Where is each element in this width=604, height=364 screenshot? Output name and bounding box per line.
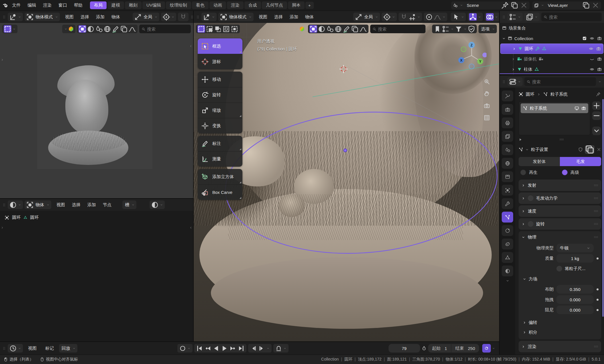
drag-handle-icon[interactable] bbox=[196, 15, 200, 19]
view-layer-icon[interactable] bbox=[534, 3, 539, 8]
workspace-tab-rendering[interactable]: 渲染 bbox=[227, 1, 244, 9]
camera-restrict-icon[interactable] bbox=[597, 57, 602, 61]
gizmos-toggle-icon[interactable] bbox=[469, 13, 477, 21]
drag-dots-icon[interactable] bbox=[594, 209, 598, 213]
panel-emission[interactable]: 发射 bbox=[519, 180, 601, 191]
search-input[interactable] bbox=[532, 79, 594, 84]
specials-menu-button[interactable] bbox=[592, 127, 601, 135]
filter-object-icon[interactable] bbox=[79, 25, 86, 33]
deflection-subpanel-header[interactable]: 偏转 bbox=[519, 318, 601, 327]
render-visibility-icon[interactable] bbox=[581, 106, 586, 111]
filter-scene-icon[interactable] bbox=[95, 25, 103, 33]
zoom-icon[interactable] bbox=[484, 78, 490, 85]
drag-handle-icon[interactable] bbox=[2, 203, 6, 207]
current-frame-field[interactable]: 79 bbox=[389, 344, 420, 353]
filter-icon[interactable] bbox=[455, 25, 462, 33]
breadcrumb-data[interactable]: 粒子系统 bbox=[550, 92, 568, 97]
tab-collection[interactable] bbox=[502, 171, 513, 182]
auto-keying-icon[interactable] bbox=[275, 345, 283, 352]
new-scene-button[interactable] bbox=[511, 2, 518, 9]
frame-forward-button[interactable] bbox=[258, 345, 266, 352]
search-input[interactable] bbox=[147, 27, 189, 32]
expand-icon[interactable] bbox=[511, 57, 515, 61]
workspace-tab-shading[interactable]: 着色 bbox=[192, 1, 209, 9]
camera-restrict-icon[interactable] bbox=[596, 46, 601, 51]
damp-field[interactable]: 0.000 bbox=[556, 306, 594, 314]
prev-keyframe-button[interactable] bbox=[204, 345, 212, 352]
fake-user-icon[interactable] bbox=[578, 147, 583, 152]
select-mode-invert-icon[interactable] bbox=[222, 25, 230, 33]
search-box[interactable] bbox=[370, 25, 425, 33]
tab-object[interactable] bbox=[502, 185, 513, 196]
tab-render[interactable] bbox=[502, 104, 513, 115]
object-row-circle[interactable]: 圆环 bbox=[500, 44, 603, 54]
select-mode-extend-icon[interactable] bbox=[206, 25, 213, 33]
tab-object-data[interactable] bbox=[502, 252, 513, 263]
animate-dot[interactable] bbox=[597, 309, 599, 311]
expand-icon[interactable] bbox=[502, 37, 506, 40]
tool-scale[interactable]: 缩放 bbox=[198, 103, 242, 118]
regrow-checkbox[interactable] bbox=[520, 170, 526, 175]
workspace-tab-scripting[interactable]: 脚本 bbox=[288, 1, 305, 9]
filter-collection-icon[interactable] bbox=[526, 13, 534, 21]
menu-add[interactable]: 添加 bbox=[286, 13, 302, 21]
mesh-data-icon[interactable] bbox=[542, 46, 546, 51]
search-input[interactable] bbox=[378, 27, 423, 32]
filter-brush-icon[interactable] bbox=[343, 25, 350, 33]
menu-select[interactable]: 选择 bbox=[68, 201, 84, 209]
material-selector[interactable] bbox=[150, 200, 165, 209]
breadcrumb-object[interactable]: 圆环 bbox=[526, 92, 534, 97]
hair-dynamics-checkbox[interactable] bbox=[528, 195, 534, 201]
tool-measure[interactable]: 测量 bbox=[198, 151, 242, 167]
panel-velocity[interactable]: 速度 bbox=[519, 205, 601, 217]
menu-select[interactable]: 选择 bbox=[271, 13, 286, 21]
camera-restrict-icon[interactable] bbox=[597, 67, 602, 72]
integration-subpanel-header[interactable]: 积分 bbox=[519, 327, 601, 337]
copy-settings-button[interactable] bbox=[585, 145, 595, 154]
new-view-layer-button[interactable] bbox=[582, 2, 590, 9]
tab-constraints[interactable] bbox=[502, 239, 513, 249]
sidebar-toggle-icon[interactable] bbox=[189, 224, 193, 231]
navigation-gizmo[interactable]: Z X Y bbox=[457, 41, 487, 70]
menu-file[interactable]: 文件 bbox=[9, 1, 24, 9]
particles-icon[interactable] bbox=[519, 147, 523, 152]
delete-scene-button[interactable] bbox=[520, 2, 528, 9]
scrollbar[interactable] bbox=[602, 99, 604, 317]
chevron-down-icon[interactable] bbox=[295, 25, 299, 33]
drag-handle-icon[interactable] bbox=[502, 80, 506, 84]
viewport-main[interactable]: 物体模式 视图 选择 添加 物体 全局 bbox=[194, 11, 499, 341]
select-mode-new-icon[interactable] bbox=[197, 25, 205, 33]
workspace-tab-geometry-nodes[interactable]: 几何节点 bbox=[262, 1, 287, 9]
scene-name[interactable]: Scene bbox=[465, 3, 499, 8]
object-row-cylinder-001[interactable]: 柱体.001 bbox=[500, 74, 604, 75]
filter-duplicate-icon[interactable] bbox=[351, 25, 359, 33]
select-mode-intersect-icon[interactable] bbox=[231, 25, 238, 33]
object-row-cylinder[interactable]: 柱体 bbox=[500, 64, 604, 74]
menu-view[interactable]: 视图 bbox=[53, 201, 68, 209]
tool-add-cube[interactable]: 添加立方体 bbox=[198, 169, 242, 184]
tab-hair[interactable]: 毛发 bbox=[560, 157, 601, 166]
panel-hair-dynamics[interactable]: 毛发动力学 bbox=[519, 192, 601, 204]
blender-logo-icon[interactable] bbox=[3, 3, 9, 8]
menu-view[interactable]: 视图 bbox=[62, 13, 77, 21]
pin-icon[interactable] bbox=[596, 92, 601, 97]
delete-view-layer-button[interactable] bbox=[592, 2, 599, 9]
select-mode-subtract-icon[interactable] bbox=[214, 25, 222, 33]
tool-transform[interactable]: 变换 bbox=[198, 118, 242, 133]
chevron-down-icon[interactable] bbox=[283, 345, 287, 352]
keying-set-icon[interactable] bbox=[179, 345, 187, 352]
animate-dot[interactable] bbox=[597, 257, 599, 259]
multiply-size-checkbox[interactable] bbox=[556, 266, 562, 271]
unlink-button[interactable] bbox=[597, 147, 601, 152]
chevron-down-icon[interactable] bbox=[459, 2, 463, 9]
drag-dots-icon[interactable] bbox=[594, 222, 598, 226]
editor-type-icon[interactable] bbox=[9, 201, 17, 208]
next-keyframe-button[interactable] bbox=[229, 345, 237, 352]
add-workspace-button[interactable]: + bbox=[305, 2, 314, 9]
particle-system-item[interactable]: 粒子系统 bbox=[521, 103, 588, 113]
search-box[interactable] bbox=[139, 25, 191, 33]
proportional-edit-icon[interactable] bbox=[425, 13, 433, 21]
menu-marker[interactable]: 标记 bbox=[42, 345, 57, 352]
workspace-tab-modeling[interactable]: 建模 bbox=[107, 1, 124, 9]
frame-start-field[interactable]: 起始1 bbox=[428, 344, 451, 353]
